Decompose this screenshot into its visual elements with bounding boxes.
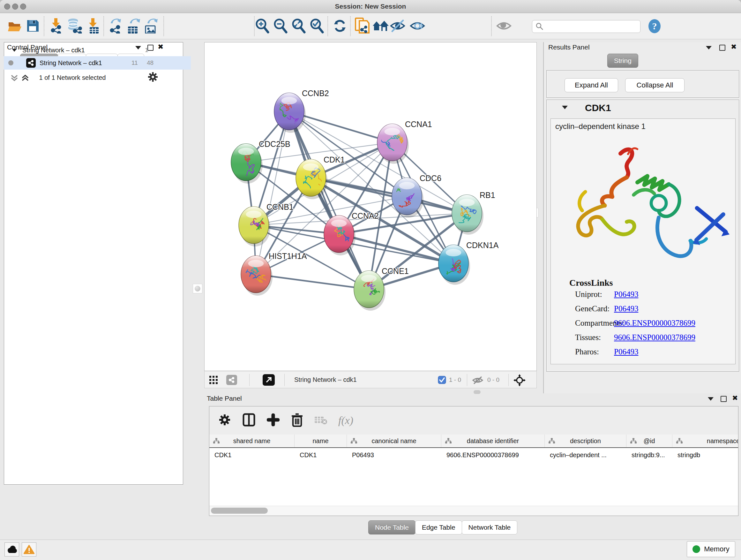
table-header-row[interactable]: shared namenamecanonical namedatabase id… (209, 435, 738, 448)
collapse-all-button[interactable]: Collapse All (625, 78, 684, 92)
network-canvas[interactable]: CCNB2CCNA1CDC25BCDK1CDC6RB1CCNB1CCNA2CDK… (204, 42, 537, 371)
delete-column-icon[interactable] (291, 413, 303, 428)
crosslink-link[interactable]: P06493 (614, 348, 638, 356)
tab-network-table[interactable]: Network Table (462, 520, 518, 535)
collection-disclosure-icon[interactable] (11, 49, 17, 52)
edge-CCNB2-CCNE1[interactable] (289, 111, 369, 289)
column-header-canonical-name[interactable]: canonical name (347, 435, 441, 447)
table-cell[interactable]: stringdb (672, 449, 738, 461)
crosslink-link[interactable]: P06493 (614, 290, 638, 299)
zoom-out-icon[interactable] (272, 17, 288, 34)
table-cell[interactable]: CDK1 (209, 449, 294, 461)
save-session-icon[interactable] (24, 17, 41, 34)
crosslink-link[interactable]: P06493 (614, 304, 638, 313)
node-RB1[interactable]: RB1 (452, 191, 495, 235)
node-CCNB2[interactable]: CCNB2 (274, 89, 329, 133)
export-image-icon[interactable] (142, 17, 159, 34)
toolbar-separator (44, 16, 44, 36)
results-panel-float-icon[interactable] (706, 46, 712, 50)
search-input[interactable] (544, 23, 634, 30)
column-header-label: canonical name (372, 437, 416, 445)
scrollbar-thumb[interactable] (211, 508, 268, 514)
network-options-gear-icon[interactable] (147, 71, 158, 84)
grid-view-icon[interactable] (209, 375, 218, 386)
column-header-description[interactable]: description (545, 435, 626, 447)
network-share-view-icon[interactable] (226, 375, 237, 385)
toolbar-separator (327, 16, 328, 36)
edge-HIST1H1A-CCNE1[interactable] (256, 274, 369, 289)
table-cell[interactable]: stringdb:9... (626, 449, 672, 461)
table-cell[interactable]: CDK1 (294, 449, 347, 461)
duplicate-network-icon[interactable] (354, 17, 370, 34)
node-CCNB1[interactable]: CCNB1 (239, 202, 293, 246)
open-session-icon[interactable] (7, 17, 23, 34)
network-collection-row[interactable]: String Network – cdk1 1 (4, 44, 191, 57)
table-row[interactable]: CDK1CDK1P064939606.ENSP00000378699cyclin… (209, 449, 738, 461)
gene-symbol: CDK1 (585, 103, 611, 113)
column-header-database-identifier[interactable]: database identifier (441, 435, 545, 447)
crosslink-link[interactable]: 9606.ENSP00000378699 (614, 319, 695, 327)
table-panel-close-icon[interactable]: ✖ (732, 395, 738, 400)
results-panel-close-icon[interactable]: ✖ (731, 44, 737, 49)
toolbar-search[interactable] (532, 20, 641, 33)
column-header--id[interactable]: @id (626, 435, 672, 447)
tab-node-table[interactable]: Node Table (368, 520, 415, 535)
node-CCNA2[interactable]: CCNA2 (324, 211, 379, 255)
show-graphics-details-icon[interactable] (409, 17, 426, 34)
table-cell[interactable]: 9606.ENSP00000378699 (441, 449, 545, 461)
column-header-name[interactable]: name (294, 435, 347, 447)
table-panel-maximize-icon[interactable] (721, 396, 727, 402)
table-panel-float-icon[interactable] (708, 397, 714, 401)
help-icon[interactable]: ? (647, 19, 662, 35)
detach-view-icon[interactable] (263, 374, 275, 386)
refresh-icon[interactable] (332, 17, 348, 34)
node-HIST1H1A[interactable]: HIST1H1A (241, 252, 307, 296)
table-cell[interactable]: P06493 (347, 449, 441, 461)
import-table-icon[interactable] (85, 17, 102, 34)
column-header-shared-name[interactable]: shared name (209, 435, 294, 447)
edge-CCNB2-HIST1H1A[interactable] (256, 111, 289, 274)
export-table-icon[interactable] (125, 17, 141, 34)
table-horizontal-scrollbar[interactable] (209, 506, 738, 516)
zoom-selected-icon[interactable] (308, 17, 325, 34)
cloud-status-icon[interactable] (4, 543, 19, 557)
left-splitter-handle[interactable] (193, 284, 202, 294)
home-legacy-view-icon[interactable] (372, 17, 389, 34)
add-column-icon[interactable] (267, 414, 280, 428)
column-header-namespace[interactable]: namespace (672, 435, 738, 447)
network-graph[interactable]: CCNB2CCNA1CDC25BCDK1CDC6RB1CCNB1CCNA2CDK… (205, 43, 536, 371)
zoom-fit-icon[interactable] (290, 17, 307, 34)
crosslink-label: Pharos: (575, 348, 599, 356)
hidden-eye-icon[interactable] (472, 376, 485, 386)
crosslink-link[interactable]: 9606.ENSP00000378699 (614, 333, 695, 342)
node-CDC6[interactable]: CDC6 (391, 174, 441, 218)
show-columns-icon[interactable] (243, 413, 255, 428)
toolbar-separator (104, 16, 104, 36)
node-CCNA1[interactable]: CCNA1 (374, 120, 432, 164)
hide-graphics-details-icon[interactable] (389, 17, 406, 34)
network-row-selected[interactable]: String Network – cdk1 11 48 (4, 56, 191, 70)
tab-edge-table[interactable]: Edge Table (415, 520, 462, 535)
table-cell[interactable]: cyclin–dependent ... (545, 449, 626, 461)
crosslink-row: Pharos:P06493 (551, 348, 736, 362)
gene-disclosure-icon[interactable] (562, 106, 568, 109)
hidden-counter: 0 - 0 (487, 376, 499, 383)
app-window: Session: New Session (0, 0, 741, 560)
selected-checkbox-icon[interactable] (438, 376, 446, 385)
crosslink-row: Compartments:9606.ENSP00000378699 (551, 319, 736, 333)
export-network-icon[interactable] (107, 17, 124, 34)
expand-all-button[interactable]: Expand All (564, 78, 618, 92)
warning-status-icon[interactable] (22, 543, 37, 557)
node-CDC25B[interactable]: CDC25B (231, 139, 290, 184)
tab-string[interactable]: String (607, 54, 638, 68)
current-network-dot-icon (8, 60, 13, 65)
zoom-in-icon[interactable] (254, 17, 270, 34)
memory-button[interactable]: Memory (687, 541, 735, 557)
table-options-gear-icon[interactable] (218, 414, 231, 428)
import-network-icon[interactable] (48, 17, 64, 34)
node-CCNE1[interactable]: CCNE1 (354, 266, 409, 311)
import-network-from-database-icon[interactable] (66, 17, 83, 34)
node-CDKN1A[interactable]: CDKN1A (439, 241, 499, 285)
birdseye-navigator-icon[interactable] (514, 374, 526, 388)
results-panel-maximize-icon[interactable] (719, 45, 725, 51)
